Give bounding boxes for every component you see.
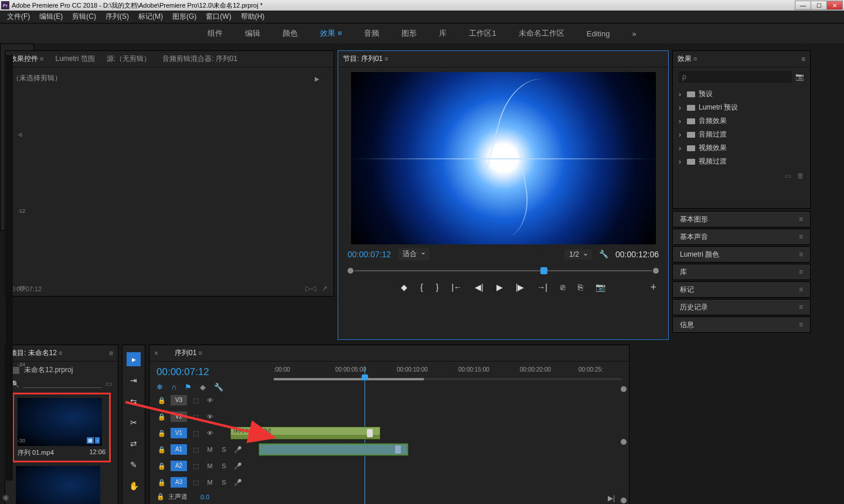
ripple-edit-tool-icon[interactable]: ⇆ bbox=[127, 394, 141, 408]
program-settings-icon[interactable]: 🔧 bbox=[599, 250, 608, 258]
tab-effects[interactable]: 效果 bbox=[678, 54, 697, 64]
track-lock-icon[interactable]: 🔒 bbox=[156, 462, 167, 470]
track-mute-icon[interactable]: M bbox=[205, 446, 215, 453]
track-label[interactable]: A3 bbox=[171, 477, 187, 488]
track-voice-icon[interactable]: 🎤 bbox=[233, 462, 243, 470]
razor-tool-icon[interactable]: ✂ bbox=[127, 416, 141, 430]
effect-controls-icon-2[interactable]: ↗ bbox=[322, 284, 328, 292]
panel-essential-graphics[interactable]: 基本图形≡ bbox=[672, 211, 811, 227]
selection-tool-icon[interactable]: ▸ bbox=[127, 352, 141, 366]
timeline-settings-icon[interactable]: ◆ bbox=[200, 383, 206, 391]
pen-tool-icon[interactable]: ✎ bbox=[127, 458, 141, 472]
program-scrubber[interactable] bbox=[348, 266, 659, 275]
tab-source-monitor[interactable]: 源:（无剪辑） bbox=[107, 54, 151, 64]
timeline-vertical-scrollbar[interactable] bbox=[621, 386, 627, 503]
effects-new-bin-icon[interactable] bbox=[795, 73, 804, 81]
ws-assembly[interactable]: 组件 bbox=[207, 28, 223, 39]
panel-menu-icon[interactable]: ≡ bbox=[799, 321, 803, 329]
tab-lumetri-scopes[interactable]: Lumetri 范围 bbox=[55, 54, 94, 64]
effects-folder-audio-fx[interactable]: 音频效果 bbox=[679, 114, 804, 128]
track-eye-icon[interactable]: 👁 bbox=[205, 413, 215, 420]
goto-out-icon[interactable]: →| bbox=[537, 282, 547, 292]
project-filter-icon[interactable]: ▭ bbox=[106, 380, 112, 388]
track-label[interactable]: V3 bbox=[171, 395, 187, 406]
panel-history[interactable]: 历史记录≡ bbox=[672, 299, 811, 315]
track-sync-icon[interactable]: ⬚ bbox=[190, 430, 201, 437]
panel-menu-icon[interactable]: ≡ bbox=[799, 285, 803, 294]
play-icon[interactable]: ▶ bbox=[496, 282, 503, 292]
project-panel-menu-icon[interactable]: ≡ bbox=[109, 349, 113, 357]
effects-panel-menu-icon[interactable]: ≡ bbox=[801, 55, 805, 63]
effects-folder-presets[interactable]: 预设 bbox=[679, 87, 804, 101]
ws-overflow-button[interactable]: » bbox=[632, 29, 636, 38]
menu-help[interactable]: 帮助(H) bbox=[237, 11, 268, 23]
bracket-out-icon[interactable]: } bbox=[436, 282, 439, 292]
track-solo-icon[interactable]: S bbox=[219, 446, 229, 453]
menu-sequence[interactable]: 序列(S) bbox=[102, 11, 132, 23]
track-eye-icon[interactable]: 👁 bbox=[205, 430, 215, 437]
tab-sequence[interactable]: 序列01 bbox=[175, 348, 202, 358]
program-current-timecode[interactable]: 00:00:07:12 bbox=[348, 250, 391, 259]
menu-clip[interactable]: 剪辑(C) bbox=[69, 11, 100, 23]
type-tool-icon[interactable]: T bbox=[127, 500, 141, 504]
effects-folder-lumetri[interactable]: Lumetri 预设 bbox=[679, 101, 804, 114]
step-forward-icon[interactable]: |▶ bbox=[516, 282, 525, 292]
track-eye-icon[interactable]: 👁 bbox=[205, 397, 215, 404]
goto-in-icon[interactable]: |← bbox=[451, 282, 462, 292]
tab-program[interactable]: 节目: 序列01 bbox=[343, 54, 389, 64]
track-lock-icon[interactable]: 🔒 bbox=[156, 479, 167, 486]
ws-editing[interactable]: 编辑 bbox=[245, 28, 260, 39]
panel-menu-icon[interactable]: ≡ bbox=[799, 233, 803, 241]
ws-color[interactable]: 颜色 bbox=[283, 28, 298, 39]
timeline-timecode[interactable]: 00:00:07:12 bbox=[156, 366, 274, 378]
snap-icon[interactable]: ❄ bbox=[156, 383, 163, 391]
panel-info[interactable]: 信息≡ bbox=[672, 316, 811, 333]
panel-menu-icon[interactable]: ≡ bbox=[799, 303, 803, 311]
track-solo-icon[interactable]: S bbox=[219, 479, 229, 486]
lift-icon[interactable]: ⎚ bbox=[560, 282, 565, 292]
track-lock-icon[interactable]: 🔒 bbox=[156, 413, 167, 421]
window-maximize-button[interactable]: ☐ bbox=[811, 1, 827, 10]
panel-lumetri-color[interactable]: Lumetri 颜色≡ bbox=[672, 246, 811, 263]
track-voice-icon[interactable]: 🎤 bbox=[233, 479, 243, 486]
mark-in-icon[interactable]: ◆ bbox=[401, 282, 407, 292]
panel-menu-icon[interactable]: ≡ bbox=[799, 268, 803, 276]
window-minimize-button[interactable]: — bbox=[795, 1, 811, 10]
program-playhead-marker[interactable] bbox=[540, 267, 547, 274]
window-close-button[interactable]: ✕ bbox=[826, 1, 843, 10]
panel-menu-icon[interactable]: ≡ bbox=[799, 250, 803, 258]
hand-tool-icon[interactable]: ✋ bbox=[127, 479, 141, 493]
button-editor-icon[interactable]: + bbox=[650, 281, 656, 294]
ws-effects[interactable]: 效果 bbox=[320, 28, 342, 39]
ws-editing-en[interactable]: Editing bbox=[587, 29, 610, 38]
track-mute-icon[interactable]: M bbox=[205, 479, 215, 486]
track-lock-icon[interactable]: 🔒 bbox=[156, 430, 167, 437]
linked-selection-icon[interactable]: ∩ bbox=[171, 383, 176, 391]
menu-window[interactable]: 窗口(W) bbox=[202, 11, 234, 23]
program-zoom-dropdown[interactable]: 适合 bbox=[398, 248, 430, 260]
track-voice-icon[interactable]: 🎤 bbox=[233, 446, 243, 454]
track-label[interactable]: A1 bbox=[171, 444, 187, 455]
track-lock-icon[interactable]: 🔒 bbox=[156, 446, 167, 454]
menu-file[interactable]: 文件(F) bbox=[4, 11, 33, 23]
track-label[interactable]: A2 bbox=[171, 461, 187, 471]
effects-delete-icon[interactable]: 🗑 bbox=[797, 172, 804, 180]
track-label[interactable]: V1 bbox=[171, 428, 187, 438]
panel-essential-sound[interactable]: 基本声音≡ bbox=[672, 229, 811, 245]
effects-folder-video-trans[interactable]: 视频过渡 bbox=[679, 155, 804, 168]
step-back-icon[interactable]: ◀| bbox=[475, 282, 484, 292]
track-mute-icon[interactable]: M bbox=[205, 462, 215, 469]
track-sync-icon[interactable]: ⬚ bbox=[190, 413, 201, 421]
menu-graphics[interactable]: 图形(G) bbox=[169, 11, 200, 23]
track-sync-icon[interactable]: ⬚ bbox=[190, 397, 201, 404]
track-sync-icon[interactable]: ⬚ bbox=[190, 446, 201, 454]
track-lock-icon[interactable]: 🔒 bbox=[156, 397, 167, 404]
effect-controls-toggle-icon[interactable] bbox=[315, 74, 319, 83]
status-bar-icon[interactable]: ◉ bbox=[2, 493, 9, 502]
track-select-tool-icon[interactable]: ⇥ bbox=[127, 373, 141, 387]
panel-menu-icon[interactable]: ≡ bbox=[799, 215, 803, 223]
slip-tool-icon[interactable]: ⇄ bbox=[127, 437, 141, 451]
track-solo-icon[interactable]: S bbox=[219, 462, 229, 469]
program-video-display[interactable] bbox=[351, 72, 656, 244]
ws-custom2[interactable]: 未命名工作区 bbox=[519, 28, 564, 39]
